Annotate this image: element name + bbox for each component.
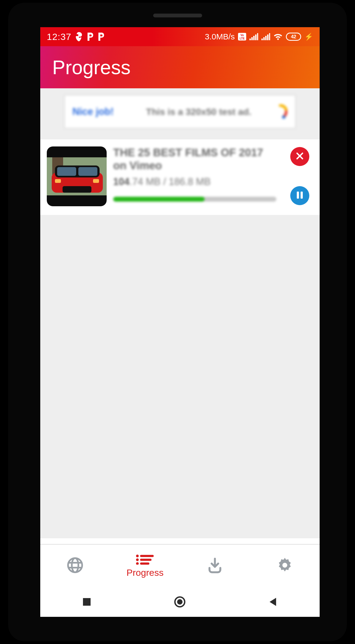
svg-point-28: [72, 558, 78, 572]
globe-icon: [67, 557, 84, 575]
download-size: 104.74 MB / 186.8 MB: [113, 176, 283, 187]
download-subtitle: on Vimeo: [113, 160, 283, 172]
svg-point-33: [136, 562, 139, 565]
svg-rect-22: [63, 186, 91, 193]
svg-point-13: [282, 115, 285, 119]
svg-rect-3: [249, 39, 251, 40]
signal-icon: [249, 33, 258, 40]
list-icon: [135, 554, 155, 566]
ad-area: Nice job! This is a 320x50 test ad.: [40, 88, 320, 139]
video-thumbnail[interactable]: [47, 146, 107, 206]
svg-rect-10: [265, 36, 267, 40]
svg-rect-11: [267, 35, 268, 40]
svg-rect-34: [140, 562, 149, 565]
svg-rect-21: [78, 167, 97, 176]
download-icon: [206, 557, 224, 575]
ad-cta-text: Nice job!: [72, 106, 114, 117]
admob-logo-icon: [273, 104, 288, 119]
gear-icon: [277, 557, 293, 574]
svg-rect-20: [57, 167, 76, 176]
svg-rect-4: [251, 37, 253, 40]
pause-icon: [296, 191, 303, 200]
svg-rect-25: [297, 192, 299, 199]
download-list: THE 25 BEST FILMS OF 2017 on Vimeo 104.7…: [40, 139, 320, 538]
swiggy-icon: [75, 32, 83, 41]
svg-rect-6: [255, 35, 257, 40]
svg-text:LTE: LTE: [240, 37, 245, 40]
cancel-button[interactable]: [290, 147, 309, 166]
p-icon: [87, 33, 94, 41]
svg-rect-15: [47, 195, 107, 206]
volte-icon: VoLTE: [238, 33, 246, 40]
phone-screen: 12:37 3.0MB/s VoLTE: [40, 27, 320, 617]
svg-rect-36: [83, 598, 91, 606]
signal-icon: [261, 33, 270, 40]
recent-apps-button[interactable]: [62, 597, 111, 607]
svg-rect-8: [261, 39, 263, 40]
wifi-icon: [273, 33, 283, 40]
tab-downloads[interactable]: [180, 545, 250, 587]
tab-browser[interactable]: [40, 545, 110, 587]
svg-rect-32: [140, 559, 152, 561]
status-data-rate: 3.0MB/s: [205, 32, 235, 41]
download-info: THE 25 BEST FILMS OF 2017 on Vimeo 104.7…: [113, 146, 283, 207]
progress-bar: [113, 197, 276, 202]
svg-rect-12: [269, 33, 270, 40]
svg-rect-23: [55, 179, 61, 183]
charging-icon: ⚡: [304, 33, 313, 41]
svg-point-35: [282, 563, 287, 568]
svg-rect-24: [93, 179, 99, 183]
earpiece: [153, 14, 202, 17]
svg-rect-9: [263, 37, 265, 40]
page-title: Progress: [52, 56, 131, 79]
svg-rect-7: [257, 33, 258, 40]
svg-rect-5: [253, 36, 255, 40]
svg-point-38: [177, 599, 183, 605]
svg-point-29: [136, 555, 139, 557]
close-icon: [296, 152, 304, 161]
home-button[interactable]: [155, 596, 204, 608]
svg-point-31: [136, 558, 139, 561]
bottom-tab-bar: Progress: [40, 544, 320, 587]
size-done-prefix: 104: [113, 176, 129, 187]
size-done-suffix: .74 MB: [129, 176, 160, 187]
status-bar: 12:37 3.0MB/s VoLTE: [40, 27, 320, 46]
app-header: Progress: [40, 46, 320, 88]
tab-settings[interactable]: [250, 545, 320, 587]
pause-button[interactable]: [290, 186, 309, 205]
svg-point-27: [68, 558, 82, 572]
tab-progress-label: Progress: [126, 567, 163, 578]
status-time: 12:37: [47, 32, 71, 42]
svg-rect-26: [301, 192, 303, 199]
download-item[interactable]: THE 25 BEST FILMS OF 2017 on Vimeo 104.7…: [40, 139, 320, 215]
svg-rect-14: [47, 146, 107, 157]
back-button[interactable]: [249, 597, 298, 607]
progress-bar-fill: [113, 197, 205, 202]
size-separator: /: [160, 176, 169, 187]
battery-icon: 42: [286, 33, 301, 41]
battery-percent: 42: [291, 34, 296, 40]
ad-banner[interactable]: Nice job! This is a 320x50 test ad.: [64, 95, 296, 129]
android-nav-bar: [40, 587, 320, 617]
download-title: THE 25 BEST FILMS OF 2017: [113, 146, 283, 158]
tab-progress[interactable]: Progress: [110, 545, 180, 587]
svg-text:Vo: Vo: [240, 34, 244, 37]
size-total: 186.8 MB: [169, 176, 211, 187]
ad-body-text: This is a 320x50 test ad.: [125, 107, 273, 117]
p-icon: [97, 33, 104, 41]
svg-rect-30: [140, 555, 154, 557]
